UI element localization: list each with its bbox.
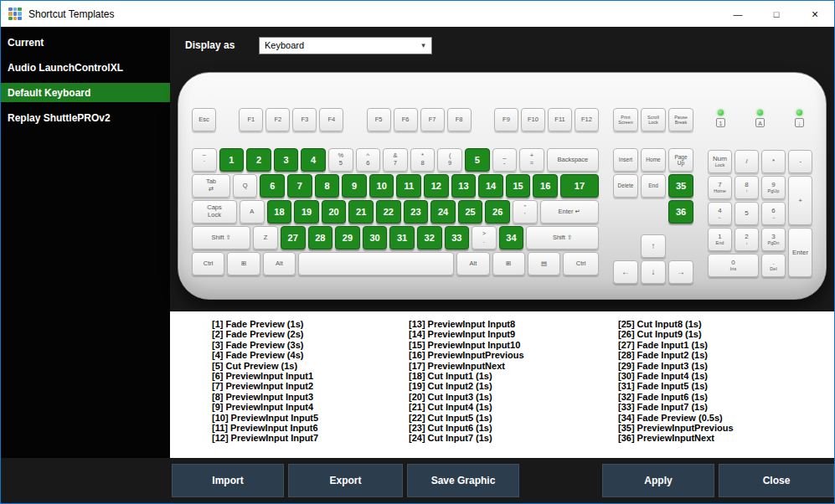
key-f3: F3 [292,108,317,131]
shortcut-key-32: 32 [417,226,442,249]
led-indicator-a: A [755,110,765,133]
keyboard-numpad-cluster: 1A↓NumLock/*-7Home8↑9PgUp+4←56→1End2↓3Pg… [708,108,812,299]
shortcut-entry: [10] PreviewInput Input5 [212,413,409,423]
shortcut-entry: [32] Fade Input6 (1s) [618,392,734,402]
shortcut-key-1: 1 [219,148,245,172]
shortcut-entry: [30] Fade Input4 (1s) [618,371,734,381]
apply-button[interactable]: Apply [602,464,714,497]
key-blank [298,252,454,275]
key-f11: F11 [548,108,572,131]
logo-square [18,8,22,12]
key-f5: F5 [367,108,391,131]
key-blank: >. [472,226,497,249]
shortcut-key-18: 18 [267,200,292,224]
template-sidebar: CurrentAudio LaunchControlXLDefault Keyb… [1,27,170,458]
titlebar: Shortcut Templates — □ × [1,1,834,27]
key-blank: * [761,150,786,173]
shortcut-key-3: 3 [274,148,299,172]
shortcut-key-33: 33 [445,226,470,249]
key-blank: ↓ [641,260,666,284]
maximize-button[interactable]: □ [757,1,796,27]
shortcut-key-34: 34 [499,226,524,249]
key-f12: F12 [575,108,599,131]
logo-square [18,12,22,16]
shortcut-entry: [12] PreviewInput Input7 [212,433,409,443]
key-7: &7 [383,148,408,172]
key-blank: ← [613,260,638,284]
export-button[interactable]: Export [288,464,403,497]
shortcut-entry: [18] Cut Input1 (1s) [409,371,618,381]
shortcut-entry: [17] PreviewInputNext [409,361,618,371]
minimize-button[interactable]: — [719,1,757,27]
shortcut-entry: [16] PreviewInputPrevious [409,350,618,360]
shortcut-entry: [22] Cut Input5 (1s) [409,413,618,423]
key-9: (9 [437,148,462,172]
shortcut-key-17: 17 [560,174,599,198]
shortcut-entry: [20] Cut Input3 (1s) [409,392,618,402]
window-controls: — □ × [719,1,834,27]
key-6: 6→ [761,202,786,225]
key-blank: ↑ [641,234,666,258]
keyboard-graphic-zone: EscF1F2F3F4F5F6F7F8F9F10F11F12~`1234%5^6… [170,64,834,311]
save-graphic-button[interactable]: Save Graphic [407,464,519,497]
shortcut-key-20: 20 [322,200,347,224]
shortcut-key-10: 10 [369,174,394,198]
shortcut-entry: [29] Fade Input3 (1s) [618,361,734,371]
display-as-label: Display as [185,39,259,51]
key-blank: - [788,150,812,173]
shortcut-key-12: 12 [424,174,449,198]
sidebar-item-default-keyboard[interactable]: Default Keyboard [1,83,170,102]
key-blank: _- [492,148,518,172]
logo-square [13,12,18,16]
key-5: 5 [734,202,759,225]
sidebar-item-current[interactable]: Current [1,33,170,52]
shortcut-key-35: 35 [668,174,693,198]
footer-bar: ImportExportSave GraphicApplyClose [1,458,834,503]
shortcut-entry: [27] Fade Input1 (1s) [618,340,734,350]
shortcut-entry: [8] PreviewInput Input3 [212,392,409,402]
shortcut-key-28: 28 [308,226,333,249]
dropdown-selected-value: Keyboard [265,40,304,50]
key-1-end: 1End [708,228,732,251]
shortcut-entry: [35] PreviewInputPrevious [618,423,734,433]
shortcut-key-23: 23 [404,200,429,224]
key-ctrl: Ctrl [563,252,599,275]
shortcut-key-14: 14 [478,174,503,198]
key-blank: + [788,176,812,225]
key-q: Q [233,174,258,198]
shortcut-key-24: 24 [430,200,456,224]
key-f10: F10 [521,108,545,131]
shortcut-list: [1] Fade Preview (1s)[2] Fade Preview (2… [170,311,834,458]
logo-square [8,17,13,21]
shortcut-entry: [15] PreviewInput Input10 [409,340,618,350]
key-delete: Delete [613,174,638,198]
import-button[interactable]: Import [172,464,284,497]
close-icon[interactable]: × [796,1,834,27]
shortcut-templates-window: Shortcut Templates — □ × CurrentAudio La… [0,0,835,504]
keyboard-nav-cluster: PrintScreenScrollLockPauseBreakInsertHom… [613,108,693,299]
key-z: Z [253,226,278,249]
logo-square [18,17,22,21]
sidebar-item-replay-shuttleprov2[interactable]: Replay ShuttlePROv2 [1,108,170,127]
display-as-dropdown[interactable]: Keyboard ▾ [259,37,432,54]
led-light-icon [718,110,724,116]
display-toolbar: Display as Keyboard ▾ [170,27,834,64]
app-icon [8,8,22,21]
key-del: .Del [761,254,786,277]
close-button[interactable]: Close [719,464,834,497]
key-f6: F6 [394,108,418,131]
key-enter: Enter [788,228,812,277]
key-blank: "' [513,200,538,224]
key-insert: Insert [613,148,638,172]
shortcut-entry: [11] PreviewInput Input6 [212,423,409,433]
key-f2: F2 [265,108,290,131]
shortcut-key-25: 25 [458,200,483,224]
shortcut-column: [13] PreviewInput Input8[14] PreviewInpu… [409,319,618,458]
key-print-screen: PrintScreen [613,108,638,131]
led-light-icon [757,110,763,116]
shortcut-key-2: 2 [246,148,271,172]
sidebar-item-audio-launchcontrolxl[interactable]: Audio LaunchControlXL [1,58,170,77]
logo-square [8,8,13,12]
shortcut-key-19: 19 [294,200,319,224]
key-enter: Enter ↵ [540,200,599,224]
